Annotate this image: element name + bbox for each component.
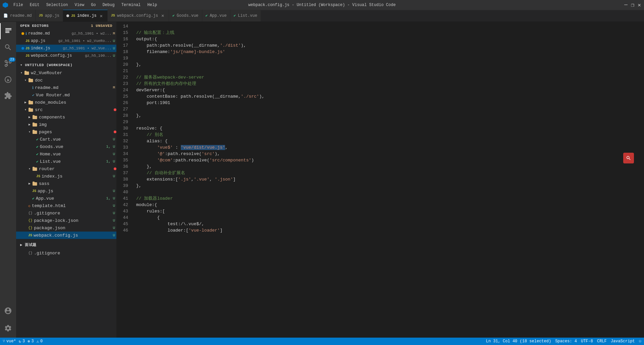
open-editor-badge-readme: M — [113, 32, 115, 36]
activity-explorer[interactable] — [0, 23, 16, 39]
miantiku-header[interactable]: ▶ 面试题 — [16, 240, 116, 249]
title-bar-left: File Edit Selection View Go Debug Termin… — [3, 2, 160, 8]
tree-label-homevue: Home.vue — [40, 152, 110, 157]
search-icon-floating[interactable] — [623, 153, 634, 163]
tab-readme[interactable]: 📄 readme.md — [0, 10, 36, 21]
status-branch[interactable]: ⑂ vue* — [3, 339, 16, 344]
status-language[interactable]: JavaScript — [611, 339, 635, 344]
maximize-button[interactable]: ❐ — [631, 3, 635, 7]
dot-router — [114, 167, 116, 170]
workspace-header[interactable]: ▾ UNTITLED (WORKSPACE) — [16, 61, 116, 69]
code-content[interactable]: // 输出配置：上线 output:{ path:path.resolve(__… — [133, 22, 644, 338]
tree-gitignore2[interactable]: ▾ {} .gitignore — [16, 249, 116, 257]
file-icon-webpack: JS — [25, 54, 30, 58]
minimize-button[interactable]: ─ — [624, 3, 628, 7]
open-editor-appjs[interactable]: JS app.js gz_h5_1901 • w2_VueRo... U — [16, 37, 116, 45]
tree-label-gitignore: .gitignore — [34, 211, 110, 216]
close-button[interactable]: ✕ — [637, 3, 641, 7]
menu-terminal[interactable]: Terminal — [119, 2, 144, 8]
tree-label-webpackconfig-tree: webpack.config.js — [34, 233, 110, 238]
open-editor-label-readme: readme.md — [28, 31, 72, 36]
tree-homevue[interactable]: ▾ ✔ Home.vue U — [16, 150, 116, 158]
error-icon: ⊗ — [28, 339, 30, 344]
tab-close-indexjs[interactable]: ✕ — [99, 13, 104, 18]
tree-label-img: img — [39, 122, 116, 127]
tab-appvue[interactable]: ✔ App.vue — [202, 10, 230, 21]
open-editor-readme[interactable]: ℹ readme.md gz_h5_1901 • w2... M — [16, 30, 116, 37]
tab-label-indexjs: index.js — [77, 13, 97, 18]
menu-help[interactable]: Help — [145, 2, 160, 8]
code-line-40 — [133, 189, 644, 195]
status-position[interactable]: Ln 31, Col 40 (18 selected) — [486, 339, 551, 344]
tree-templatehtml[interactable]: ▾ ◇ template.html U — [16, 202, 116, 209]
code-line-37: // 自动补全扩展名 — [133, 170, 644, 176]
activity-accounts[interactable] — [0, 303, 16, 319]
tree-sass[interactable]: ▶ sass — [16, 180, 116, 187]
status-encoding[interactable]: UTF-8 — [581, 339, 593, 344]
code-line-41: // 加载器loader — [133, 195, 644, 202]
menu-debug[interactable]: Debug — [100, 2, 117, 8]
tab-webpackconfig[interactable]: JS webpack.config.js ✕ — [108, 10, 169, 21]
tree-listvue[interactable]: ▾ ✔ List.vue 1, U — [16, 158, 116, 165]
vscode-logo — [3, 2, 8, 8]
status-lineending[interactable]: CRLF — [597, 339, 607, 344]
tree-appvue[interactable]: ▾ ✔ App.vue 1, U — [16, 195, 116, 202]
tree-label-gitignore2: .gitignore — [34, 251, 116, 256]
activity-source-control[interactable]: 23 — [0, 55, 16, 71]
tree-packagejson[interactable]: ▾ {} package.json U — [16, 224, 116, 232]
tree-badge-listvue: 1, U — [105, 159, 116, 163]
tree-readmemd[interactable]: ▾ ℹ readme.md M — [16, 84, 116, 91]
status-sync[interactable]: ↻ 3 ⊗ 3 — [19, 339, 34, 344]
tree-goodsvue[interactable]: ▾ ✔ Goods.vue 1, U — [16, 143, 116, 150]
activity-debug[interactable] — [0, 71, 16, 88]
tree-pages[interactable]: ▾ pages — [16, 128, 116, 136]
position-label: Ln 31, Col 40 (18 selected) — [486, 339, 551, 344]
code-line-46: loader:['vue-loader'] — [133, 227, 644, 234]
open-editor-label-appjs: app.js — [31, 39, 58, 43]
code-line-39: }, — [133, 183, 644, 189]
status-spaces[interactable]: Spaces: 4 — [555, 339, 577, 344]
open-editor-path-readme: gz_h5_1901 • w2... — [72, 32, 112, 36]
tree-doc[interactable]: ▾ doc — [16, 77, 116, 84]
tab-listvue[interactable]: ✔ List.vue — [230, 10, 261, 21]
tab-goodsvue[interactable]: ✔ Goods.vue — [169, 10, 202, 21]
tree-vueroutermd[interactable]: ▾ ✔ Vue Router.md — [16, 91, 116, 99]
tree-routerindex[interactable]: ▾ JS index.js U — [16, 172, 116, 180]
tree-webpackconfig[interactable]: ▾ JS webpack.config.js U — [16, 232, 116, 239]
status-bar: ⑂ vue* ↻ 3 ⊗ 3 ⚠ 0 Ln 31, Col 40 (18 sel… — [0, 338, 644, 345]
folder-icon-img — [32, 122, 38, 127]
menu-edit[interactable]: Edit — [27, 2, 42, 8]
menu-go[interactable]: Go — [88, 2, 98, 8]
menu-file[interactable]: File — [11, 2, 26, 8]
tree-router[interactable]: ▾ router — [16, 165, 116, 172]
tab-close-webpackconfig[interactable]: ✕ — [160, 13, 165, 18]
tree-img[interactable]: ▶ img — [16, 121, 116, 128]
tab-appjs[interactable]: JS app.js — [36, 10, 63, 21]
code-editor[interactable]: 14 15 16 17 18 19 20 21 22 23 24 25 26 2… — [117, 22, 644, 338]
tree-node-modules[interactable]: ▶ node_modules — [16, 99, 116, 106]
tree-badge-goodsvue: 1, U — [105, 145, 116, 149]
tree-label-src: src — [35, 107, 112, 112]
status-warnings[interactable]: ⚠ 0 — [37, 339, 43, 344]
tree-appjs[interactable]: ▾ JS app.js U — [16, 187, 116, 195]
tree-packagelock[interactable]: ▾ {} package-lock.json U — [16, 217, 116, 224]
tree-w2vuerouter[interactable]: ▾ w2_VueRouter — [16, 69, 116, 77]
tree-components[interactable]: ▶ components — [16, 113, 116, 121]
tab-label-listvue: List.vue — [238, 13, 257, 18]
activity-search[interactable] — [0, 39, 16, 55]
folder-icon-src — [28, 107, 34, 112]
tree-src[interactable]: ▾ src — [16, 106, 116, 113]
activity-settings[interactable] — [0, 320, 16, 336]
tab-indexjs[interactable]: JS index.js ✕ — [63, 10, 108, 21]
tree-cartvue[interactable]: ▾ ✔ Cart.vue U — [16, 136, 116, 143]
menu-selection[interactable]: Selection — [44, 2, 71, 8]
open-editor-webpackconfig[interactable]: JS webpack.config.js gz_h5_190... U — [16, 52, 116, 59]
dirty-dot-readme — [21, 32, 24, 35]
open-editor-indexjs[interactable]: JS index.js gz_h5_1901 • w2_Vue... U — [16, 45, 116, 52]
activity-extensions[interactable] — [0, 88, 16, 104]
tree-gitignore[interactable]: ▾ {} .gitignore U — [16, 209, 116, 217]
menu-view[interactable]: View — [72, 2, 87, 8]
code-line-43: rules:[ — [133, 208, 644, 214]
open-editor-path-appjs: gz_h5_1901 • w2_VueRo... — [58, 39, 111, 43]
status-feedback[interactable]: ☺ — [639, 339, 641, 344]
